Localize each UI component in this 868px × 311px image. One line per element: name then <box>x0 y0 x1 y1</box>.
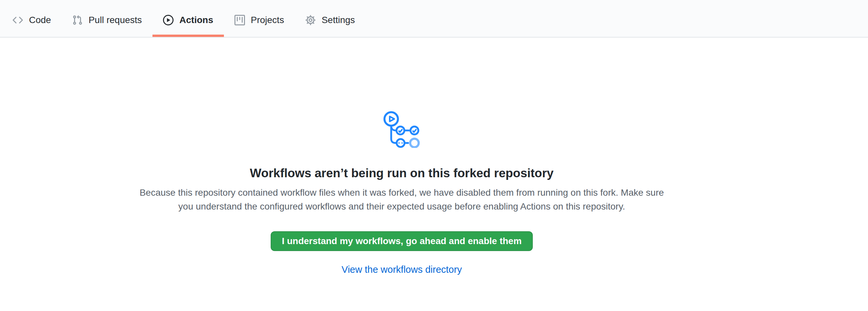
tab-code-label: Code <box>29 15 51 25</box>
code-icon <box>12 15 23 25</box>
enable-workflows-button[interactable]: I understand my workflows, go ahead and … <box>271 231 533 251</box>
actions-blankslate: Workflows aren’t being run on this forke… <box>138 37 665 275</box>
tab-actions-label: Actions <box>180 15 213 25</box>
blankslate-description: Because this repository contained workfl… <box>138 186 665 214</box>
gear-icon <box>305 15 316 25</box>
tab-projects[interactable]: Projects <box>224 0 295 37</box>
tab-code[interactable]: Code <box>2 0 62 37</box>
project-icon <box>235 15 245 25</box>
tab-pull-requests-label: Pull requests <box>89 15 142 25</box>
tab-projects-label: Projects <box>251 15 284 25</box>
tab-settings[interactable]: Settings <box>295 0 366 37</box>
tab-pull-requests[interactable]: Pull requests <box>62 0 152 37</box>
tab-actions[interactable]: Actions <box>152 0 224 37</box>
repo-nav: Code Pull requests Actions Projects <box>0 0 868 37</box>
play-icon <box>163 15 174 25</box>
tab-settings-label: Settings <box>322 15 355 25</box>
actions-workflow-icon <box>383 111 421 148</box>
git-pull-request-icon <box>72 15 83 25</box>
view-workflows-directory-link[interactable]: View the workflows directory <box>341 264 462 275</box>
blankslate-heading: Workflows aren’t being run on this forke… <box>138 166 665 181</box>
